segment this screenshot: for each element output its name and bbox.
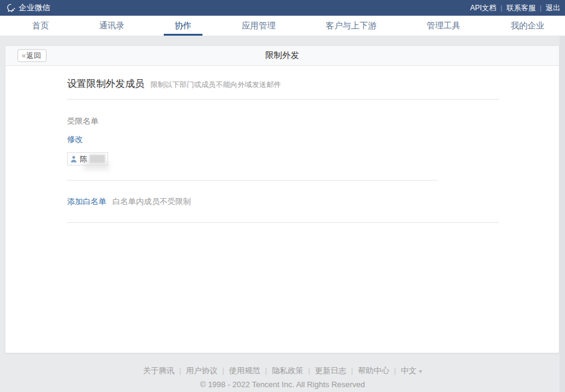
topbar: 企业微信 API文档 | 联系客服 | 退出 (0, 0, 565, 16)
nav-tab-collaboration[interactable]: 协作 (175, 16, 192, 36)
person-icon (70, 155, 77, 163)
copyright: © 1998 - 2022 Tencent Inc. All Rights Re… (0, 380, 565, 389)
separator: | (351, 367, 353, 375)
divider (67, 180, 438, 181)
modify-link[interactable]: 修改 (67, 134, 83, 145)
footer-link-changelog[interactable]: 更新日志 (315, 365, 346, 376)
topbar-link-contact-support[interactable]: 联系客服 (506, 3, 535, 13)
restricted-list-label: 受限名单 (67, 116, 559, 127)
member-chip: 陈 (67, 152, 108, 165)
nav-tab-contacts[interactable]: 通讯录 (99, 16, 124, 36)
panel-header: «返回 限制外发 (5, 46, 559, 66)
brand[interactable]: 企业微信 (6, 2, 50, 13)
separator: | (500, 4, 502, 11)
footer-links: 关于腾讯 | 用户协议 | 使用规范 | 隐私政策 | 更新日志 | 帮助中心 … (0, 353, 565, 376)
nav-tab-app-management[interactable]: 应用管理 (242, 16, 276, 36)
section-title: 设置限制外发成员 (67, 78, 144, 91)
page-title: 限制外发 (265, 50, 299, 61)
footer-link-user-agreement[interactable]: 用户协议 (186, 365, 218, 376)
footer: 关于腾讯 | 用户协议 | 使用规范 | 隐私政策 | 更新日志 | 帮助中心 … (0, 353, 565, 392)
separator: | (179, 367, 181, 375)
topbar-link-logout[interactable]: 退出 (546, 3, 560, 13)
nav-tab-my-company[interactable]: 我的企业 (511, 16, 544, 36)
panel-content: 设置限制外发成员 限制以下部门或成员不能向外域发送邮件 受限名单 修改 陈 添加… (5, 66, 559, 223)
nav-tab-admin-tools[interactable]: 管理工具 (427, 16, 460, 36)
separator: | (394, 367, 396, 375)
footer-link-privacy-policy[interactable]: 隐私政策 (272, 365, 303, 376)
add-whitelist-link[interactable]: 添加白名单 (67, 196, 106, 207)
separator: | (540, 4, 541, 11)
main-nav: 首页 通讯录 协作 应用管理 客户与上下游 管理工具 我的企业 (0, 16, 565, 36)
divider (67, 99, 499, 100)
member-name: 陈 (80, 154, 87, 164)
topbar-link-api-docs[interactable]: API文档 (470, 3, 496, 13)
divider (67, 222, 499, 223)
scrollbar[interactable] (560, 36, 565, 392)
back-button[interactable]: «返回 (18, 50, 47, 62)
wework-logo-icon (6, 3, 16, 13)
nav-tab-customers[interactable]: 客户与上下游 (326, 16, 376, 36)
main-panel: «返回 限制外发 设置限制外发成员 限制以下部门或成员不能向外域发送邮件 受限名… (5, 45, 560, 353)
language-label: 中文 (401, 365, 416, 376)
separator: | (222, 367, 224, 375)
brand-name: 企业微信 (19, 2, 50, 13)
footer-link-about-tencent[interactable]: 关于腾讯 (143, 365, 175, 376)
nav-tab-home[interactable]: 首页 (32, 16, 49, 36)
topbar-links: API文档 | 联系客服 | 退出 (470, 3, 560, 13)
footer-link-help-center[interactable]: 帮助中心 (358, 365, 389, 376)
separator: | (308, 367, 310, 375)
redacted-name-block (89, 155, 105, 163)
back-arrow-icon: « (22, 51, 26, 60)
back-button-label: 返回 (27, 51, 41, 60)
whitelist-hint: 白名单内成员不受限制 (112, 196, 191, 207)
footer-link-usage-rules[interactable]: 使用规范 (229, 365, 260, 376)
whitelist-row: 添加白名单 白名单内成员不受限制 (67, 196, 559, 207)
language-dropdown[interactable]: 中文 ▾ (401, 365, 422, 376)
section-head: 设置限制外发成员 限制以下部门或成员不能向外域发送邮件 (67, 78, 559, 91)
separator: | (265, 367, 267, 375)
section-subtitle: 限制以下部门或成员不能向外域发送邮件 (150, 80, 281, 90)
caret-down-icon: ▾ (419, 368, 422, 374)
